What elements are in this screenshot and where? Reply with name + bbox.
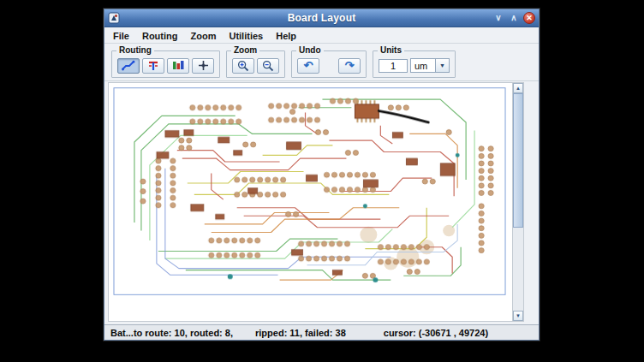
scroll-down-icon[interactable]: ▼: [513, 311, 523, 321]
vertical-scrollbar[interactable]: ▲ ▼: [513, 82, 524, 322]
autoroute-button[interactable]: [117, 58, 140, 74]
combo-arrow-icon: ▼: [435, 59, 449, 72]
units-group-label: Units: [378, 45, 404, 55]
routing-group: Routing: [111, 50, 220, 78]
fanout-button[interactable]: [142, 58, 164, 74]
board-layout-window: Board Layout ∨ ∧ ✕ File Routing Zoom Uti…: [104, 9, 540, 341]
select-region-button[interactable]: [192, 58, 214, 74]
statusbar: Bat...to route: 10, routed: 8, ripped: 1…: [104, 324, 539, 340]
redo-icon: ↷: [345, 60, 355, 71]
toolbar: Routing: [104, 44, 539, 81]
titlebar[interactable]: Board Layout ∨ ∧ ✕: [104, 9, 539, 27]
autoroute-icon: [122, 60, 135, 71]
units-combo[interactable]: um ▼: [410, 58, 450, 73]
board-canvas[interactable]: [108, 82, 513, 322]
canvas-area: ▲ ▼: [104, 81, 539, 324]
zoom-in-icon: [237, 60, 249, 72]
menu-help[interactable]: Help: [276, 31, 296, 41]
app-icon: [108, 12, 120, 24]
optimize-icon: [172, 60, 184, 71]
zoom-out-icon: [262, 60, 274, 72]
zoom-group: Zoom: [226, 50, 285, 78]
window-title: Board Layout: [104, 12, 539, 24]
minimize-icon[interactable]: ∨: [492, 12, 504, 24]
undo-group-label: Undo: [296, 45, 324, 55]
crosshair-icon: [198, 60, 209, 71]
menu-file[interactable]: File: [113, 31, 129, 41]
zoom-group-label: Zoom: [231, 45, 259, 55]
undo-button[interactable]: ↶: [297, 58, 319, 74]
scrollbar-track[interactable]: [513, 93, 523, 311]
units-value-input[interactable]: [379, 59, 408, 73]
fanout-icon: [147, 60, 159, 71]
status-route-counts: Bat...to route: 10, routed: 8,: [110, 328, 233, 338]
zoom-in-button[interactable]: [232, 58, 254, 74]
zoom-out-button[interactable]: [257, 58, 279, 74]
close-icon[interactable]: ✕: [523, 12, 535, 24]
status-rip-counts: ripped: 11, failed: 38: [255, 328, 346, 338]
redo-button[interactable]: ↷: [338, 58, 361, 74]
undo-icon: ↶: [304, 60, 313, 71]
routing-group-label: Routing: [116, 45, 154, 55]
optimize-button[interactable]: [167, 58, 189, 74]
units-combo-value: um: [411, 59, 435, 72]
units-group: Units um ▼: [373, 50, 456, 78]
menubar: File Routing Zoom Utilities Help: [104, 27, 539, 44]
status-cursor-position: cursor: (-30671 , 49724): [384, 328, 488, 338]
maximize-icon[interactable]: ∧: [508, 12, 520, 24]
pcb-artwork: [109, 83, 512, 321]
scroll-up-icon[interactable]: ▲: [513, 83, 523, 93]
desktop: { "window": { "title": "Board Layout", "…: [0, 0, 644, 362]
menu-routing[interactable]: Routing: [142, 31, 178, 41]
menu-zoom[interactable]: Zoom: [191, 31, 217, 41]
undo-group: Undo ↶ ↷: [291, 50, 367, 78]
menu-utilities[interactable]: Utilities: [229, 31, 263, 41]
window-controls: ∨ ∧ ✕: [492, 12, 535, 24]
scrollbar-thumb[interactable]: [513, 93, 523, 228]
